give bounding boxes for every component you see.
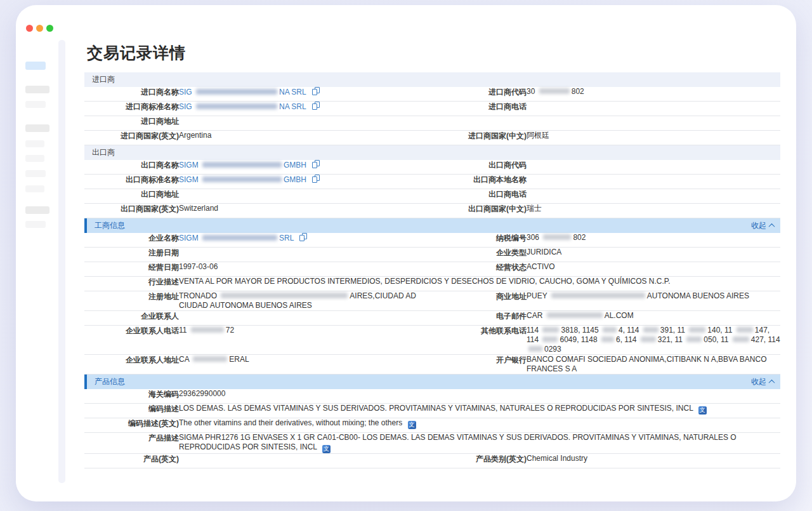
field-value: 30 802 — [527, 87, 780, 101]
field-label: 企业联系人电话 — [84, 326, 179, 354]
field-label: 进口商国家(英文) — [84, 131, 179, 145]
table-row: 经营日期1997-03-06 经营状态ACTIVO — [84, 262, 780, 277]
field-label: 海关编码 — [84, 389, 179, 403]
panel-divider — [58, 40, 65, 483]
field-label: 注册日期 — [84, 248, 179, 262]
chevron-up-icon — [769, 380, 775, 386]
redacted-text — [202, 235, 277, 241]
redacted-text — [547, 312, 603, 318]
section-header-exporter: 出口商 — [84, 145, 780, 160]
sidebar-skeleton-item — [25, 86, 49, 93]
copy-icon[interactable] — [312, 87, 320, 96]
value-text: TRONADO — [179, 291, 217, 300]
field-label: 进口商国家(中文) — [433, 131, 527, 145]
copy-icon[interactable] — [312, 160, 320, 169]
company-link[interactable]: SRL — [279, 234, 294, 242]
value-text: SIGMA PHR1276 1G ENVASES X 1 GR CA01-CB0… — [179, 433, 737, 451]
field-value: 阿根廷 — [527, 131, 780, 145]
translate-icon[interactable]: 文 — [322, 445, 331, 453]
copy-icon[interactable] — [312, 102, 320, 110]
redacted-text — [542, 336, 558, 342]
table-row: 产品(英文)产品类别(英文)Chemical Industry — [84, 454, 780, 468]
field-label: 行业描述 — [84, 277, 179, 291]
field-value — [527, 160, 780, 174]
company-link[interactable]: NA SRL — [279, 88, 306, 96]
redacted-text — [202, 162, 282, 168]
value-text: Chemical Industry — [527, 454, 587, 463]
company-link[interactable]: SIG — [179, 88, 192, 96]
redacted-text — [528, 346, 542, 352]
section-title: 工商信息 — [95, 220, 125, 231]
value-text: 427, 114 — [751, 335, 780, 344]
field-value — [179, 116, 780, 130]
company-link[interactable]: NA SRL — [279, 102, 306, 111]
value-text: VENTA AL POR MAYOR DE PRODUCTOS INTERMED… — [179, 277, 671, 286]
field-value: SIGM SRL — [179, 233, 433, 247]
translate-icon[interactable]: 文 — [408, 421, 416, 429]
value-text: 30 — [527, 87, 535, 96]
field-value: PUEY AUTONOMA BUENOS AIRES — [527, 291, 780, 310]
redacted-text — [191, 327, 224, 333]
minimize-window-button[interactable] — [36, 25, 43, 32]
table-row: 出口商标准名称SIGM GMBH 出口商本地名称 — [84, 175, 780, 189]
value-text: 140, 11 — [707, 326, 732, 335]
redacted-text — [202, 176, 282, 182]
field-label: 进口商标准名称 — [84, 102, 179, 116]
collapse-button[interactable]: 收起 — [751, 220, 774, 231]
collapse-button[interactable]: 收起 — [751, 376, 774, 387]
value-text: 050, 11 — [704, 335, 728, 344]
company-link[interactable]: SIGM — [179, 234, 199, 242]
field-value: 114 3818, 1145 4, 114 391, 11 140, 11 14… — [527, 326, 780, 354]
maximize-window-button[interactable] — [46, 25, 53, 32]
section-header-product-info: 产品信息收起 — [84, 375, 780, 389]
value-text: BANCO COMAFI SOCIEDAD ANONIMA,CITIBANK N… — [527, 355, 767, 373]
table-row: 进口商地址 — [84, 116, 780, 131]
value-text: AUTONOMA BUENOS AIRES — [647, 291, 749, 300]
field-value: SIG NA SRL — [179, 102, 433, 116]
field-label: 企业名称 — [84, 233, 179, 247]
copy-icon[interactable] — [312, 175, 320, 183]
field-value: 瑞士 — [527, 204, 780, 218]
field-value — [527, 102, 780, 116]
field-label: 企业类型 — [433, 248, 527, 262]
value-text: Argentina — [179, 131, 211, 140]
field-label: 纳税编号 — [433, 233, 527, 247]
field-label: 注册地址 — [84, 291, 179, 310]
table-row: 进口商国家(英文)Argentina 进口商国家(中文)阿根廷 — [84, 131, 780, 145]
redacted-text — [603, 327, 617, 333]
company-link[interactable]: SIGM — [179, 161, 199, 169]
main-content: 交易记录详情 进口商进口商名称SIG NA SRL 进口商代码30 802 进口… — [84, 38, 780, 468]
sidebar-item-active[interactable] — [25, 62, 46, 70]
company-link[interactable]: SIGM — [179, 175, 199, 184]
table-row: 进口商标准名称SIG NA SRL 进口商电话 — [84, 102, 780, 116]
sidebar-skeleton-item — [25, 140, 44, 147]
value-text: CAR — [527, 311, 542, 320]
company-link[interactable]: GMBH — [284, 161, 306, 169]
field-label: 出口商标准名称 — [84, 175, 179, 189]
field-value: SIGM GMBH — [179, 175, 433, 189]
value-text: 6, 114 — [616, 335, 636, 344]
field-label: 进口商名称 — [84, 87, 179, 101]
value-text: 72 — [226, 326, 234, 335]
close-window-button[interactable] — [26, 25, 33, 32]
field-label: 经营状态 — [433, 262, 527, 276]
value-text: 306 — [527, 233, 539, 242]
value-text: 321, 11 — [658, 335, 683, 344]
company-link[interactable]: GMBH — [284, 175, 306, 184]
field-value: ACTIVO — [527, 262, 780, 276]
translate-icon[interactable]: 文 — [698, 406, 707, 415]
field-value: VENTA AL POR MAYOR DE PRODUCTOS INTERMED… — [179, 277, 780, 291]
company-link[interactable]: SIG — [179, 102, 192, 111]
redacted-text — [196, 89, 277, 95]
field-value — [179, 311, 433, 325]
value-text: 1997-03-06 — [179, 262, 218, 271]
redacted-text — [643, 327, 658, 333]
copy-icon[interactable] — [299, 233, 307, 242]
field-value — [179, 454, 433, 468]
table-row: 注册日期企业类型JURIDICA — [84, 248, 780, 262]
table-row: 出口商名称SIGM GMBH 出口商代码 — [84, 160, 780, 175]
section-title: 进口商 — [92, 74, 115, 85]
field-value: TRONADO AIRES,CIUDAD AD CIUDAD AUTONOMA … — [179, 291, 433, 310]
section-header-importer: 进口商 — [84, 72, 780, 87]
redacted-text — [686, 336, 702, 342]
